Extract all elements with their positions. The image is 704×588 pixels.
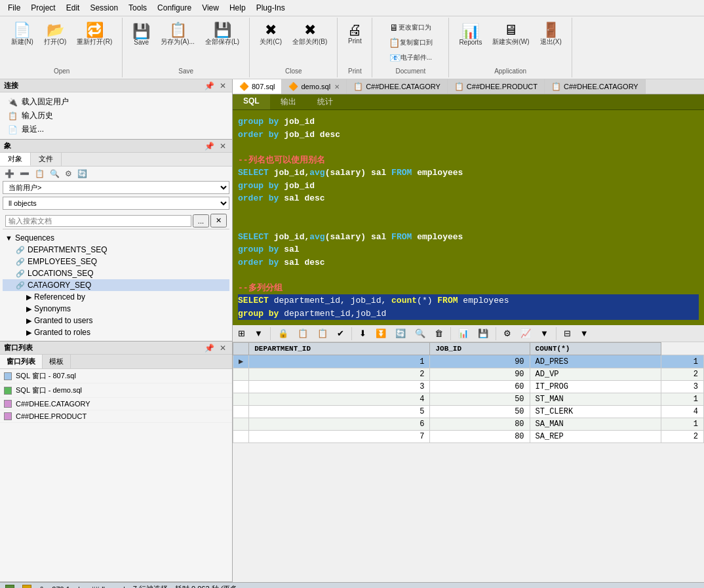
tree-granted-roles[interactable]: ▶ Granted to roles [3,326,229,338]
tree-ref-by[interactable]: ▶ Referenced by [3,291,229,303]
change-window-button[interactable]: 🖥 更改窗口为 [378,20,443,35]
tab-product[interactable]: 📋 C##DHEE.PRODUCT [448,79,545,94]
table-row[interactable]: 450ST_MAN1 [233,393,704,406]
obj-toolbar-btn1[interactable]: ➕ [3,169,16,178]
reopen-button[interactable]: 🔁 重新打开(R) [72,20,117,49]
search-input[interactable] [5,215,191,227]
search-button[interactable]: ... [193,214,209,227]
win-item-0[interactable]: SQL 窗口 - 807.sql [0,369,232,383]
tree-cat-seq[interactable]: 🔗 CATAGORY_SEQ [3,279,229,291]
editor-tab-stats[interactable]: 统计 [307,94,343,109]
table-row[interactable]: 780SA_REP2 [233,431,704,443]
win-close-button[interactable]: ✕ [218,343,228,353]
col-header-dept-id[interactable]: DEPARTMENT_ID [249,343,430,355]
col-header-job-id[interactable]: JOB_ID [430,343,530,355]
rt-btn-grid[interactable]: ⊞ [234,326,249,340]
menu-file[interactable]: File [3,1,26,14]
rt-btn-grid-dd[interactable]: ▼ [576,326,593,340]
rt-btn-check[interactable]: ✔ [333,326,348,340]
tab-catagory2[interactable]: 📋 C##DHEE.CATAGORY [545,79,646,94]
rt-btn-chart-dd[interactable]: ▼ [536,326,553,340]
menu-tools[interactable]: Tools [123,1,152,14]
rt-btn-find[interactable]: 🔍 [411,326,429,340]
menu-configure[interactable]: Configure [152,1,197,14]
win-item-3[interactable]: C##DHEE.PRODUCT [0,410,232,423]
tree-loc-seq[interactable]: 🔗 LOCATIONS_SEQ [3,267,229,279]
connection-pin-button[interactable]: 📌 [203,81,216,90]
table-row[interactable]: 290AD_VP2 [233,368,704,381]
table-row[interactable]: 680SA_MAN1 [233,418,704,431]
rt-btn-down[interactable]: ⬇ [355,326,370,340]
close-button[interactable]: ✖ 关闭(C) [255,20,286,49]
table-row[interactable]: ▶190AD_PRES1 [233,355,704,368]
tree-emp-seq[interactable]: 🔗 EMPLOYEES_SEQ [3,256,229,267]
exit-button[interactable]: 🚪 退出(X) [536,20,566,49]
rt-btn-paste[interactable]: 📋 [313,326,332,340]
obj-toolbar-btn2[interactable]: ➖ [18,169,31,178]
win-item-2[interactable]: C##DHEE.CATAGORY [0,398,232,410]
current-user-dropdown[interactable]: 当前用户> [3,181,229,194]
copy-window-button[interactable]: 📋 复制窗口到 [378,35,443,50]
win-pin-button[interactable]: 📌 [203,343,216,353]
tab-demosql[interactable]: 🔶 demo.sql ✕ [282,79,347,94]
search-clear-button[interactable]: ✕ [210,214,227,227]
menu-help[interactable]: Help [224,1,251,14]
reports-button[interactable]: 📊 Reports [454,22,486,49]
rt-btn-table[interactable]: 📊 [454,326,473,340]
email-button[interactable]: 📧 电子邮件... [378,50,443,65]
window-tab-list[interactable]: 窗口列表 [0,355,43,368]
rt-btn-erase[interactable]: 🗑 [431,326,447,340]
menu-view[interactable]: View [197,1,224,14]
table-row[interactable]: 360IT_PROG3 [233,381,704,393]
connection-recent[interactable]: 📄 最近... [3,123,229,136]
open-button[interactable]: 📂 打开(O) [39,20,71,49]
tab-demosql-close[interactable]: ✕ [334,83,340,90]
tree-sequences[interactable]: ▼ Sequences [3,232,229,244]
win-item-1[interactable]: SQL 窗口 - demo.sql [0,383,232,398]
rt-btn-grid2[interactable]: ⊟ [560,326,575,340]
tree-synonyms[interactable]: ▶ Synonyms [3,303,229,315]
obj-close-button[interactable]: ✕ [218,142,228,151]
rt-btn-options[interactable]: ⚙ [499,326,515,340]
tab-object[interactable]: 对象 [0,153,31,166]
save-button[interactable]: 💾 Save [128,22,155,49]
rt-btn-refresh[interactable]: 🔄 [391,326,410,340]
obj-toolbar-btn5[interactable]: ⚙ [63,169,74,178]
save-as-button[interactable]: 📋 另存为(A)... [156,20,199,49]
rt-btn-chart[interactable]: 📈 [517,326,535,340]
editor-tab-sql[interactable]: SQL [233,94,270,109]
tab-807sql[interactable]: 🔶 807.sql [233,79,282,94]
obj-toolbar-btn4[interactable]: 🔍 [48,169,62,178]
editor-tab-output[interactable]: 输出 [270,94,307,109]
menu-plugins[interactable]: Plug-Ins [251,1,290,14]
rt-btn-copy[interactable]: 📋 [294,326,312,340]
sql-editor[interactable]: group by job_id order by job_id desc --列… [233,110,704,325]
col-header-count[interactable]: COUNT(*) [530,343,661,355]
save-all-button[interactable]: 💾 全部保存(L) [201,20,244,49]
rt-btn-down-all[interactable]: ⏬ [372,326,390,340]
menu-session[interactable]: Session [85,1,123,14]
window-tab-template[interactable]: 模板 [43,355,71,368]
obj-toolbar-btn3[interactable]: 📋 [33,169,47,178]
connection-history[interactable]: 📋 输入历史 [3,109,229,123]
all-objects-dropdown[interactable]: ll objects [3,197,229,210]
obj-toolbar-btn6[interactable]: 🔄 [75,169,89,178]
close-all-button[interactable]: ✖ 全部关闭(B) [288,20,332,49]
tab-catagory1[interactable]: 📋 C##DHEE.CATAGORY [347,79,448,94]
tree-granted-users[interactable]: ▶ Granted to users [3,315,229,326]
rt-btn-dropdown[interactable]: ▼ [250,326,267,340]
menu-edit[interactable]: Edit [61,1,85,14]
menu-project[interactable]: Project [26,1,60,14]
print-button[interactable]: 🖨 Print [343,20,366,47]
rt-btn-lock[interactable]: 🔒 [274,326,292,340]
new-instance-button[interactable]: 🖥 新建实例(W) [488,20,534,49]
tab-file[interactable]: 文件 [31,153,62,166]
table-row[interactable]: 550ST_CLERK4 [233,406,704,418]
obj-pin-button[interactable]: 📌 [203,142,216,151]
connection-close-button[interactable]: ✕ [218,81,228,90]
new-button[interactable]: 📄 新建(N) [7,20,38,49]
rt-btn-save-res[interactable]: 💾 [474,326,492,340]
sql-line-sel2: group by department_id,job_id [238,307,699,321]
tree-dept-seq[interactable]: 🔗 DEPARTMENTS_SEQ [3,244,229,256]
connection-fixed-users[interactable]: 🔌 载入固定用户 [3,95,229,109]
